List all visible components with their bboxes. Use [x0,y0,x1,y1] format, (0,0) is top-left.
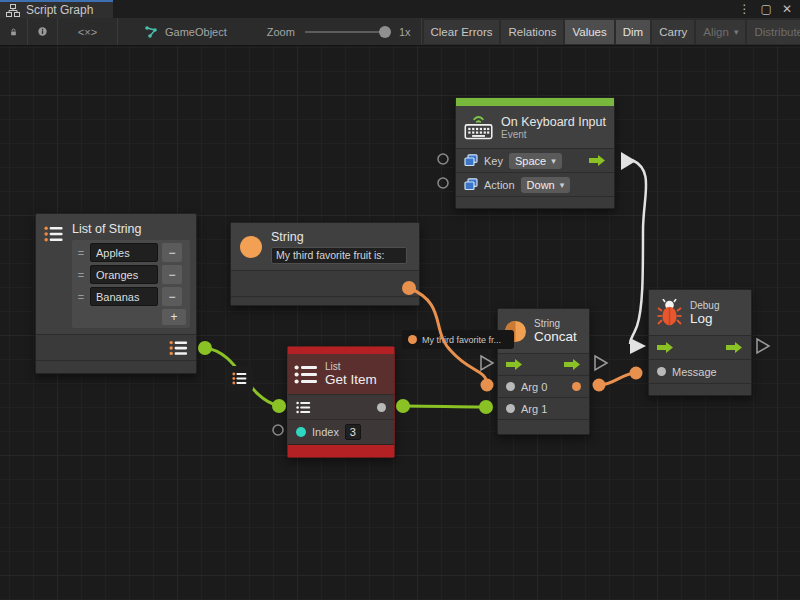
lock-button[interactable] [0,18,28,45]
arg0-port[interactable] [506,382,515,391]
message-port[interactable] [657,367,666,376]
port-row-action: Action Down [456,172,614,196]
arg1-port[interactable] [506,404,515,413]
values-button[interactable]: Values [565,20,613,44]
concat-trigger-in-empty[interactable] [481,356,493,370]
maximize-icon[interactable]: ▢ [761,2,772,16]
wire-value-tooltip: My third favorite fr... [402,330,514,349]
getitem-index-port-empty[interactable] [273,425,283,435]
distribute-button[interactable]: Distribute [747,20,800,44]
wire-getitem-to-concat[interactable] [403,406,486,407]
key-dropdown[interactable]: Space [509,153,562,169]
remove-item-button[interactable]: − [162,287,182,306]
wire-value-text: My third favorite fr... [422,335,501,345]
concat-arg1-connector[interactable] [479,400,493,414]
node-debug-log[interactable]: Debug Log Message [648,289,752,396]
code-view-toggle[interactable]: <×> [58,18,118,45]
index-port[interactable] [296,427,306,437]
info-icon [38,25,47,38]
result-output-port[interactable] [572,382,581,391]
drag-handle[interactable]: = [76,291,86,303]
list-port-icon[interactable] [296,401,311,414]
node-on-keyboard-input[interactable]: On Keyboard Input Event Key Space [455,97,615,209]
zoom-slider[interactable] [305,31,389,33]
node-title: List of String [72,222,190,236]
list-item-input[interactable] [90,265,158,284]
zoom-slider-handle[interactable] [379,26,391,38]
node-category: String [534,318,577,329]
concat-output-connector[interactable] [593,379,606,392]
list-icon-white [294,364,318,385]
wire-concat-to-log[interactable] [599,373,636,385]
list-editor: = − = − = − [72,240,190,328]
list-input-row [288,394,394,419]
node-title: Concat [534,329,577,344]
getitem-input-connector[interactable] [272,399,286,413]
align-button[interactable]: Align [696,20,745,44]
list-item-row: = − [76,287,186,306]
info-button[interactable] [28,18,58,45]
lock-icon [10,25,17,39]
list-output-port[interactable] [169,340,188,356]
trigger-row [649,335,751,359]
node-string-literal[interactable]: String [230,222,420,306]
list-item-input[interactable] [90,287,158,306]
string-output-row [231,270,419,296]
string-value-input[interactable] [271,247,407,264]
node-footer [36,360,196,373]
index-value-input[interactable] [345,424,361,440]
list-value-icon [232,372,247,385]
keyboard-key-port-empty[interactable] [438,154,448,164]
close-icon[interactable]: ✕ [782,2,792,16]
carry-button[interactable]: Carry [652,20,694,44]
add-item-button[interactable]: + [162,309,186,325]
title-bar: Script Graph ⋮ ▢ ✕ [0,0,800,18]
log-trigger-out-empty[interactable] [757,339,769,353]
drag-handle[interactable]: = [76,247,86,259]
list-output-connector[interactable] [198,341,212,355]
drag-handle[interactable]: = [76,269,86,281]
trigger-output-port[interactable] [726,342,743,353]
window-menu-icon[interactable]: ⋮ [739,2,751,16]
key-dropdown-value: Space [515,155,546,167]
dim-button[interactable]: Dim [616,20,650,44]
gameobject-icon [144,25,159,39]
index-label: Index [312,426,339,438]
trigger-output-port[interactable] [564,359,581,370]
arg0-label: Arg 0 [521,381,547,393]
keyboard-icon [464,112,493,142]
trigger-input-port[interactable] [506,359,523,370]
remove-item-button[interactable]: − [162,265,182,284]
clear-errors-button[interactable]: Clear Errors [424,20,500,44]
message-row: Message [649,359,751,383]
item-output-port[interactable] [377,403,386,412]
trigger-input-port[interactable] [657,342,674,353]
error-strip-top [288,347,394,354]
list-icon [44,222,64,246]
action-dropdown-value: Down [527,179,555,191]
gameobject-context[interactable]: GameObject [136,18,235,45]
remove-item-button[interactable]: − [162,243,182,262]
relations-button[interactable]: Relations [501,20,563,44]
graph-toolbar: <×> GameObject Zoom 1x Clear Errors Rela… [0,18,800,46]
message-label: Message [672,366,717,378]
event-node-strip [456,98,614,106]
node-list-of-string[interactable]: List of String = − = − = [35,213,197,374]
keyboard-trigger-out-connector[interactable] [621,152,636,170]
getitem-output-connector[interactable] [396,399,410,413]
list-item-input[interactable] [90,243,158,262]
concat-trigger-out-empty[interactable] [595,356,607,370]
node-concat[interactable]: String Concat Arg 0 [497,308,590,435]
node-title: Get Item [325,372,377,387]
log-message-connector[interactable] [630,367,643,380]
tab-script-graph[interactable]: Script Graph [0,0,113,18]
log-trigger-in-connector[interactable] [630,338,646,354]
concat-arg0-connector[interactable] [481,379,494,392]
node-get-item[interactable]: List Get Item Index [287,346,395,458]
keyboard-action-port-empty[interactable] [438,178,448,188]
trigger-output-port[interactable] [589,155,606,166]
wire-keyboard-to-log[interactable] [630,160,646,344]
arg0-row: Arg 0 [498,375,589,397]
action-dropdown[interactable]: Down [521,177,571,193]
graph-canvas[interactable]: On Keyboard Input Event Key Space [0,46,800,600]
